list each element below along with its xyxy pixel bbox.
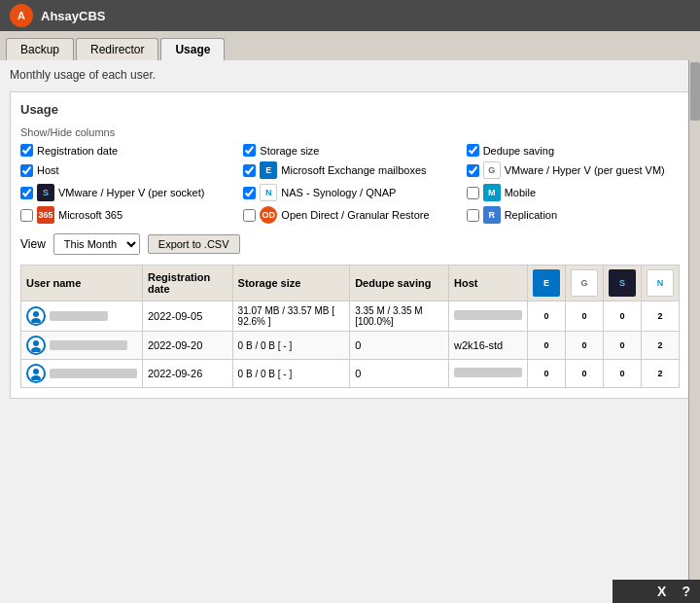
th-guest-icon-box: G <box>571 269 598 297</box>
checkbox-host[interactable]: Host <box>20 161 233 179</box>
checkbox-storage-size[interactable]: Storage size <box>243 144 456 157</box>
checkbox-vmware-socket-label: VMware / Hyper V (per socket) <box>58 187 204 198</box>
td-exchange-1: 0 <box>528 302 566 332</box>
svg-point-0 <box>33 311 39 317</box>
content-area: Monthly usage of each user. Usage Show/H… <box>0 60 700 603</box>
td-host-3 <box>448 360 527 388</box>
username-blurred-1 <box>50 311 108 321</box>
checkbox-ms-exchange[interactable]: E Microsoft Exchange mailboxes <box>243 161 456 179</box>
svg-point-2 <box>33 340 39 346</box>
checkbox-ms-exchange-label: Microsoft Exchange mailboxes <box>281 164 426 176</box>
checkbox-dedupe-label: Dedupe saving <box>483 145 554 157</box>
th-reg-date-label: Registration date <box>148 271 210 295</box>
checkbox-ms365-input[interactable] <box>20 209 33 222</box>
th-nas-icon: N <box>642 266 680 302</box>
scrollbar[interactable] <box>688 60 700 603</box>
host-blurred-3 <box>454 368 522 377</box>
checkbox-nas-label: NAS - Synology / QNAP <box>281 187 396 198</box>
th-username-label: User name <box>26 277 81 289</box>
view-row: View This Month Last Month This Year Cus… <box>20 233 680 255</box>
td-username-2 <box>21 332 143 360</box>
panel-title: Usage <box>20 102 680 117</box>
checkbox-opendirect-input[interactable] <box>243 209 256 222</box>
checkbox-nas[interactable]: N NAS - Synology / QNAP <box>243 184 456 201</box>
table-row: 2022-09-26 0 B / 0 B [ - ] 0 0 0 0 2 <box>21 360 680 388</box>
bottom-bar: X ? <box>612 580 700 603</box>
tab-usage[interactable]: Usage <box>160 38 225 60</box>
td-username-3 <box>21 360 143 388</box>
td-socket-2: 0 <box>604 332 642 360</box>
checkbox-reg-date[interactable]: Registration date <box>20 144 233 157</box>
checkbox-ms365[interactable]: 365 Microsoft 365 <box>20 206 233 224</box>
td-storage-3: 0 B / 0 B [ - ] <box>232 360 350 388</box>
th-guest-icon: G <box>566 266 604 302</box>
svg-point-1 <box>31 318 41 323</box>
checkbox-nas-input[interactable] <box>243 187 256 199</box>
scrollbar-thumb[interactable] <box>690 62 700 121</box>
checkbox-storage-input[interactable] <box>243 144 256 157</box>
th-host-label: Host <box>454 277 477 289</box>
view-select[interactable]: This Month Last Month This Year Custom <box>53 233 140 255</box>
td-exchange-2: 0 <box>528 332 566 360</box>
checkbox-storage-label: Storage size <box>260 145 319 157</box>
th-username: User name <box>21 266 143 302</box>
mobile-icon: M <box>483 184 501 201</box>
page-subtitle: Monthly usage of each user. <box>10 68 690 82</box>
th-socket-icon: S <box>604 266 642 302</box>
checkbox-mobile-label: Mobile <box>505 187 536 198</box>
checkbox-ms-exchange-input[interactable] <box>243 164 256 177</box>
export-csv-button[interactable]: Export to .CSV <box>148 234 240 254</box>
td-storage-2: 0 B / 0 B [ - ] <box>232 332 350 360</box>
checkbox-dedupe[interactable]: Dedupe saving <box>467 144 680 157</box>
tab-redirector[interactable]: Redirector <box>76 38 158 60</box>
checkbox-mobile-input[interactable] <box>467 187 479 199</box>
user-icon-2 <box>26 336 46 355</box>
vmsocket-icon: S <box>37 184 54 201</box>
td-nas-1: 2 <box>642 302 680 332</box>
table-header-row: User name Registration date Storage size… <box>21 266 680 302</box>
td-username-1 <box>21 302 143 332</box>
user-icon-3 <box>26 364 46 383</box>
checkbox-replication-input[interactable] <box>467 209 479 222</box>
checkbox-replication[interactable]: R Replication <box>467 206 680 224</box>
td-reg-date-2: 2022-09-20 <box>143 332 233 360</box>
help-button[interactable]: ? <box>682 584 690 599</box>
td-reg-date-1: 2022-09-05 <box>143 302 233 332</box>
checkbox-host-input[interactable] <box>20 164 33 177</box>
tab-backup[interactable]: Backup <box>6 38 74 60</box>
opendirect-icon: OD <box>260 206 277 224</box>
th-exchange-icon-box: E <box>533 269 560 297</box>
table-row: 2022-09-05 31.07 MB / 33.57 MB [ 92.6% ]… <box>21 302 680 332</box>
ms-exchange-icon: E <box>260 161 277 179</box>
username-blurred-2 <box>50 340 127 350</box>
usage-table: User name Registration date Storage size… <box>20 265 680 388</box>
checkbox-opendirect[interactable]: OD Open Direct / Granular Restore <box>243 206 456 224</box>
td-guest-2: 0 <box>566 332 604 360</box>
th-dedupe-label: Dedupe saving <box>355 277 431 289</box>
view-label: View <box>20 237 46 251</box>
checkbox-vmware-guest-input[interactable] <box>467 164 479 177</box>
svg-point-4 <box>33 369 39 374</box>
checkbox-reg-date-label: Registration date <box>37 145 118 157</box>
td-reg-date-3: 2022-09-26 <box>143 360 233 388</box>
checkbox-vmware-socket[interactable]: S VMware / Hyper V (per socket) <box>20 184 233 201</box>
checkbox-mobile[interactable]: M Mobile <box>467 184 680 201</box>
close-button[interactable]: X <box>657 584 666 599</box>
th-host: Host <box>448 266 527 302</box>
svg-point-3 <box>31 347 41 352</box>
th-socket-icon-box: S <box>609 269 636 297</box>
td-dedupe-3: 0 <box>350 360 449 388</box>
th-nas-icon-box: N <box>647 269 674 297</box>
checkbox-dedupe-input[interactable] <box>467 144 479 157</box>
checkbox-vmware-socket-input[interactable] <box>20 187 33 199</box>
checkbox-reg-date-input[interactable] <box>20 144 33 157</box>
app-title: AhsayCBS <box>41 9 105 23</box>
td-dedupe-1: 3.35 M / 3.35 M [100.0%] <box>350 302 449 332</box>
td-exchange-3: 0 <box>528 360 566 388</box>
vmguest-icon: G <box>483 161 501 179</box>
titlebar: A AhsayCBS <box>0 0 700 31</box>
checkbox-replication-label: Replication <box>505 209 557 221</box>
td-storage-1: 31.07 MB / 33.57 MB [ 92.6% ] <box>232 302 350 332</box>
td-nas-2: 2 <box>642 332 680 360</box>
checkbox-vmware-guest[interactable]: G VMware / Hyper V (per guest VM) <box>467 161 680 179</box>
